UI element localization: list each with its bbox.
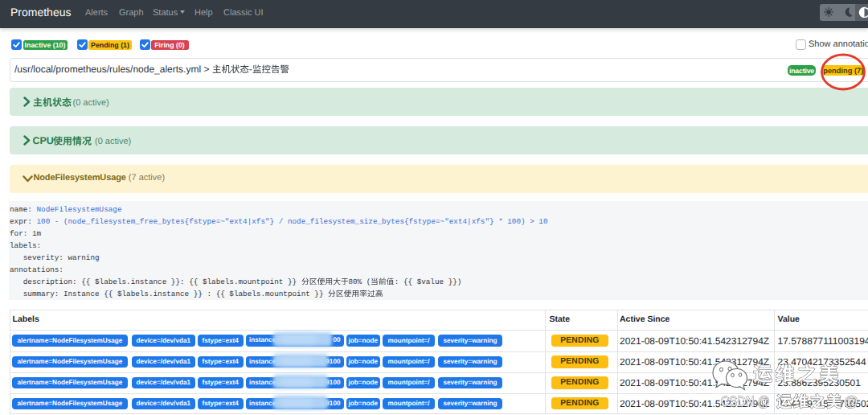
svg-text:@: @ bbox=[844, 393, 858, 409]
svg-text:CSDN @: CSDN @ bbox=[721, 393, 770, 409]
